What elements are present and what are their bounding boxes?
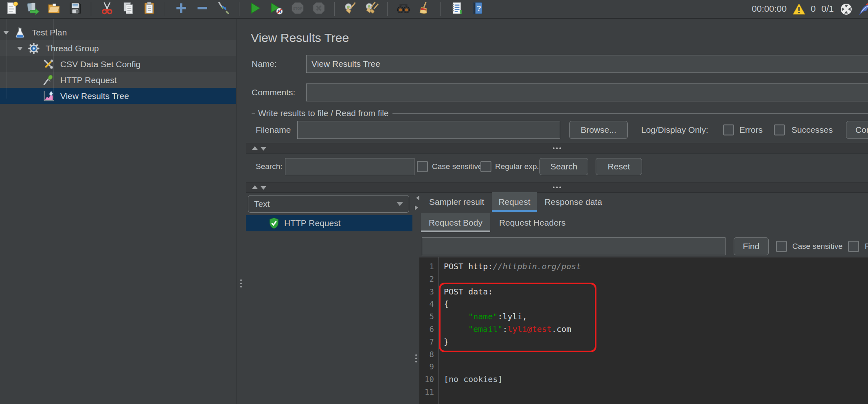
collapse-up-icon[interactable] [252, 182, 258, 189]
expand-arrow-icon[interactable] [3, 31, 9, 37]
start-no-pauses-button[interactable] [269, 1, 284, 17]
result-item-http-request[interactable]: HTTP Request [246, 215, 412, 231]
tree-item-view-results-tree[interactable]: View Results Tree [0, 88, 236, 104]
collapse-down-icon[interactable] [261, 147, 266, 154]
add-button[interactable] [173, 1, 189, 17]
subtab-request-body[interactable]: Request Body [421, 213, 490, 232]
successes-label[interactable]: Successes [791, 125, 833, 135]
search-case-label[interactable]: Case sensitive [432, 162, 482, 171]
search-case-checkbox[interactable] [417, 161, 428, 172]
find-case-label[interactable]: Case sensitive [792, 242, 843, 251]
expand-arrow-icon[interactable] [17, 47, 23, 53]
cut-icon [100, 1, 114, 17]
toggle-icon [217, 1, 230, 17]
configure-button[interactable]: Con [846, 121, 868, 139]
collapse-up-icon[interactable] [252, 143, 258, 150]
templates-button[interactable] [25, 1, 40, 17]
help-icon: ? [471, 1, 484, 17]
paste-button[interactable] [142, 1, 157, 17]
save-button[interactable] [68, 1, 83, 17]
find-regex-checkbox[interactable] [848, 241, 859, 252]
find-input[interactable] [422, 237, 726, 255]
view-results-tree-icon [42, 90, 55, 102]
toggle-button[interactable] [216, 1, 231, 17]
open-file-icon [47, 1, 61, 17]
help-button[interactable]: ? [470, 1, 485, 17]
search-input[interactable] [285, 158, 414, 175]
search-button[interactable]: Search [539, 158, 588, 175]
search-label: Search: [256, 162, 282, 171]
clear-all-button[interactable] [364, 1, 379, 17]
search-results-splitter[interactable] [246, 182, 868, 193]
splitter-collapse-arrows[interactable] [252, 147, 266, 150]
tree-indent-guide [53, 19, 54, 99]
reset-button[interactable]: Reset [596, 158, 642, 175]
toolbar-buttons: STOP? [4, 1, 485, 17]
function-helper-button[interactable] [449, 1, 464, 17]
log-errors-indicator[interactable]: 0 [792, 2, 815, 16]
start-button[interactable] [248, 1, 263, 17]
find-regex-label[interactable]: R [865, 242, 868, 251]
name-row: Name: [252, 55, 868, 73]
tree-item-http-request[interactable]: HTTP Request [0, 72, 236, 88]
tree-indent-guide [7, 19, 7, 99]
search-regex-label[interactable]: Regular exp. [495, 162, 539, 171]
find-button[interactable]: Find [734, 237, 769, 255]
tree-item-csv-data-set-config[interactable]: CSV Data Set Config [0, 56, 236, 72]
clear-icon [344, 1, 357, 17]
browse-button[interactable]: Browse... [569, 121, 628, 139]
search-icon [397, 1, 410, 17]
toolbar-separator [334, 2, 335, 16]
add-icon [174, 1, 188, 17]
collapse-left-icon[interactable] [414, 195, 419, 200]
tree-item-thread-group[interactable]: Thread Group [0, 40, 236, 56]
tree-item-test-plan[interactable]: Test Plan [0, 24, 236, 40]
remove-button[interactable] [195, 1, 210, 17]
open-file-button[interactable] [46, 1, 61, 17]
view-mode-select[interactable]: Text [248, 195, 409, 213]
collapse-down-icon[interactable] [261, 186, 266, 193]
subtab-request-headers[interactable]: Request Headers [491, 213, 573, 232]
search-regex-checkbox[interactable] [480, 161, 491, 172]
file-group-legend-text: Write results to file / Read from file [258, 108, 389, 118]
tree-main-splitter[interactable] [236, 19, 246, 404]
tab-response-data[interactable]: Response data [538, 192, 609, 212]
save-icon [68, 1, 82, 17]
comments-row: Comments: [252, 83, 868, 102]
thread-group-icon [28, 42, 40, 55]
results-tree-pane: Text HTTP Request [246, 192, 412, 404]
splitter-grip [553, 187, 561, 188]
name-input[interactable] [306, 55, 868, 73]
line-number: 5 [419, 310, 438, 323]
results-file-splitter[interactable] [246, 143, 868, 154]
splitter-collapse-arrows[interactable] [252, 186, 266, 189]
find-case-checkbox[interactable] [776, 241, 787, 252]
toolbar-status: 00:00:00 0 0/1 [752, 2, 864, 16]
tab-request[interactable]: Request [492, 192, 537, 212]
red-annotation-box [439, 283, 596, 352]
results-detail-splitter[interactable] [412, 192, 419, 404]
errors-checkbox[interactable] [723, 125, 734, 136]
errors-label[interactable]: Errors [739, 125, 763, 135]
new-file-button[interactable] [4, 1, 19, 17]
request-body-editor: 1234567891011 POST http://httpbin.org/po… [419, 257, 868, 404]
successes-checkbox[interactable] [774, 125, 785, 136]
line-number: 4 [419, 298, 438, 310]
log-display-label: Log/Display Only: [641, 125, 708, 135]
filename-input[interactable] [297, 121, 560, 139]
warning-count: 0 [811, 4, 815, 14]
line-number: 9 [419, 360, 438, 373]
line-number: 11 [419, 386, 438, 398]
comments-input[interactable] [306, 83, 868, 101]
code-line [444, 386, 868, 398]
search-reset-icon [418, 1, 432, 17]
clear-button[interactable] [343, 1, 358, 17]
copy-button[interactable] [121, 1, 136, 17]
tree-item-label: View Results Tree [60, 91, 129, 101]
svg-text:STOP: STOP [293, 7, 302, 11]
cut-button[interactable] [99, 1, 114, 17]
file-group-legend: Write results to file / Read from file [252, 108, 868, 119]
search-button[interactable] [396, 1, 411, 17]
search-reset-button[interactable] [417, 1, 432, 17]
tab-sampler-result[interactable]: Sampler result [423, 192, 491, 212]
